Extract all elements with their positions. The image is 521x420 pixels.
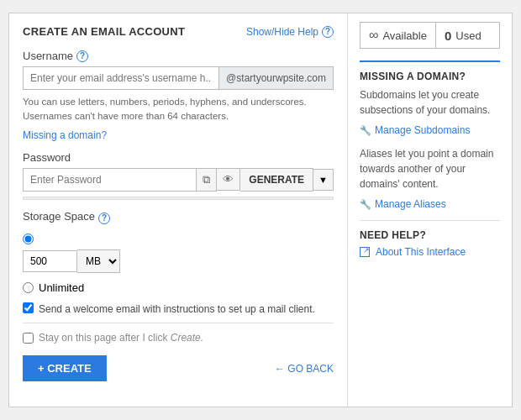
generate-dropdown-btn[interactable]: ▼ xyxy=(313,169,334,191)
toggle-visibility-btn[interactable]: 👁 xyxy=(217,168,240,191)
used-cell: 0 Used xyxy=(436,23,499,48)
username-input[interactable] xyxy=(23,66,218,90)
username-label: Username ? xyxy=(23,50,334,62)
avail-used-row: ∞ Available 0 Used xyxy=(360,22,500,49)
storage-number-input[interactable] xyxy=(23,250,77,272)
storage-label: Storage Space xyxy=(23,210,95,223)
manage-subdomains-link[interactable]: Manage Subdomains xyxy=(360,124,500,136)
subdomains-text: Subdomains let you create subsections of… xyxy=(360,87,500,118)
storage-label-row: Storage Space ? xyxy=(23,210,334,227)
infinity-symbol: ∞ xyxy=(369,28,378,43)
missing-domain-divider xyxy=(360,60,500,62)
missing-domain-link[interactable]: Missing a domain? xyxy=(23,129,107,141)
welcome-email-label: Send a welcome email with instructions t… xyxy=(39,302,315,317)
create-button[interactable]: + CREATE xyxy=(23,355,107,381)
storage-input-row: MB xyxy=(23,249,334,273)
manage-aliases-link[interactable]: Manage Aliases xyxy=(360,198,500,210)
side-panel: ∞ Available 0 Used MISSING A DOMAIN? Sub… xyxy=(348,13,512,407)
available-cell: ∞ Available xyxy=(360,23,436,48)
copy-password-btn[interactable]: ⧉ xyxy=(197,168,217,192)
password-label: Password xyxy=(23,151,334,164)
bottom-bar: + CREATE ← GO BACK xyxy=(23,355,334,381)
password-strength-bar xyxy=(23,197,334,200)
external-link-icon xyxy=(360,247,370,257)
missing-domain-title: MISSING A DOMAIN? xyxy=(360,71,500,82)
available-label: Available xyxy=(382,29,427,42)
username-help-icon[interactable]: ? xyxy=(76,50,88,62)
stay-checkbox[interactable] xyxy=(23,333,34,344)
go-back-link[interactable]: ← GO BACK xyxy=(275,363,334,375)
password-input[interactable] xyxy=(23,168,197,192)
about-interface-link[interactable]: About This Interface xyxy=(360,246,500,258)
password-row: ⧉ 👁 GENERATE ▼ xyxy=(23,168,334,192)
bottom-section: Stay on this page after I click Create. … xyxy=(23,323,334,381)
panel-header: CREATE AN EMAIL ACCOUNT Show/Hide Help ? xyxy=(23,25,334,38)
username-row: @startyourwpsite.com xyxy=(23,66,334,90)
wrench-icon-aliases xyxy=(360,198,371,210)
storage-unit-select[interactable]: MB xyxy=(77,249,120,273)
domain-suffix: @startyourwpsite.com xyxy=(218,66,334,90)
main-panel: CREATE AN EMAIL ACCOUNT Show/Hide Help ?… xyxy=(9,13,348,407)
wrench-icon-subdomains xyxy=(360,124,371,136)
help-icon: ? xyxy=(322,26,334,38)
storage-unlimited-radio[interactable] xyxy=(23,282,34,293)
stay-label: Stay on this page after I click Create. xyxy=(39,332,203,344)
stay-row: Stay on this page after I click Create. xyxy=(23,332,334,344)
unlimited-radio-row: Unlimited xyxy=(23,281,334,294)
storage-limited-radio[interactable] xyxy=(23,234,34,244)
used-label: Used xyxy=(455,29,481,42)
need-help-title: NEED HELP? xyxy=(360,229,500,241)
need-help-divider xyxy=(360,220,500,221)
show-hide-help-link[interactable]: Show/Hide Help ? xyxy=(246,26,334,38)
unlimited-label: Unlimited xyxy=(39,281,84,294)
aliases-text: Aliases let you point a domain towards a… xyxy=(360,146,500,192)
generate-btn[interactable]: GENERATE xyxy=(240,168,313,192)
welcome-email-checkbox[interactable] xyxy=(23,302,34,313)
used-count: 0 xyxy=(445,29,451,43)
storage-help-icon[interactable]: ? xyxy=(98,213,110,224)
welcome-email-row: Send a welcome email with instructions t… xyxy=(23,302,334,317)
storage-radio-row xyxy=(23,234,334,244)
panel-title: CREATE AN EMAIL ACCOUNT xyxy=(23,25,185,38)
username-hint: You can use letters, numbers, periods, h… xyxy=(23,95,334,124)
